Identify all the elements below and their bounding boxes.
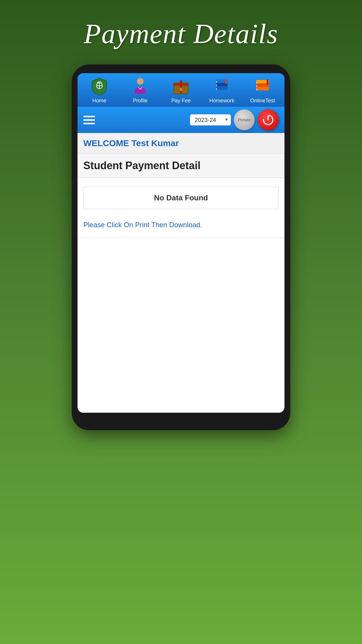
year-select-wrapper: 2023-24 2022-23 2021-22	[190, 114, 231, 125]
welcome-bar: WELCOME Test Kumar	[78, 133, 284, 154]
payfee-label: Pay Fee	[171, 98, 191, 104]
home-label: Home	[92, 98, 106, 104]
svg-rect-10	[216, 86, 228, 90]
page-title: Payment Details	[84, 18, 278, 50]
content-area: No Data Found Please Click On Print Then…	[78, 178, 284, 238]
hamburger-line-3	[83, 123, 95, 124]
homework-icon	[212, 76, 232, 97]
nav-homework[interactable]: Homework	[204, 76, 239, 104]
phone-device: Home Profile	[72, 64, 290, 430]
toolbar-right: 2023-24 2022-23 2021-22 Picture	[190, 109, 279, 130]
power-icon	[262, 114, 274, 126]
profile-label: Profile	[133, 98, 147, 104]
welcome-text: WELCOME Test Kumar	[83, 138, 279, 148]
nav-onlinetest[interactable]: OnlineTest	[245, 76, 280, 104]
year-select[interactable]: 2023-24 2022-23 2021-22	[190, 114, 231, 125]
nav-profile[interactable]: Profile	[123, 76, 158, 104]
top-nav: Home Profile	[78, 73, 284, 107]
profile-icon	[130, 76, 150, 97]
second-toolbar: 2023-24 2022-23 2021-22 Picture	[78, 107, 284, 133]
onlinetest-icon	[252, 76, 273, 97]
print-hint: Please Click On Print Then Download.	[83, 221, 279, 229]
hamburger-menu[interactable]	[83, 116, 95, 124]
picture-label: Picture	[238, 118, 251, 122]
picture-button[interactable]: Picture	[234, 109, 255, 130]
onlinetest-label: OnlineTest	[250, 98, 275, 104]
section-heading: Student Payment Detail	[78, 154, 284, 178]
phone-screen: Home Profile	[78, 73, 284, 413]
hamburger-line-1	[83, 116, 95, 117]
svg-rect-18	[256, 87, 269, 90]
svg-point-3	[137, 78, 143, 85]
home-icon	[89, 76, 110, 97]
homework-label: Homework	[209, 98, 234, 104]
nav-home[interactable]: Home	[82, 76, 117, 104]
section-title: Student Payment Detail	[83, 160, 279, 172]
nav-payfee[interactable]: $ Pay Fee	[164, 76, 198, 104]
no-data-box: No Data Found	[83, 187, 279, 209]
svg-rect-8	[174, 83, 188, 85]
power-button[interactable]	[258, 109, 279, 130]
no-data-text: No Data Found	[154, 193, 208, 202]
svg-text:$: $	[180, 87, 182, 92]
payfee-icon: $	[171, 76, 191, 97]
hamburger-line-2	[83, 119, 95, 121]
bottom-content-area	[78, 238, 284, 413]
